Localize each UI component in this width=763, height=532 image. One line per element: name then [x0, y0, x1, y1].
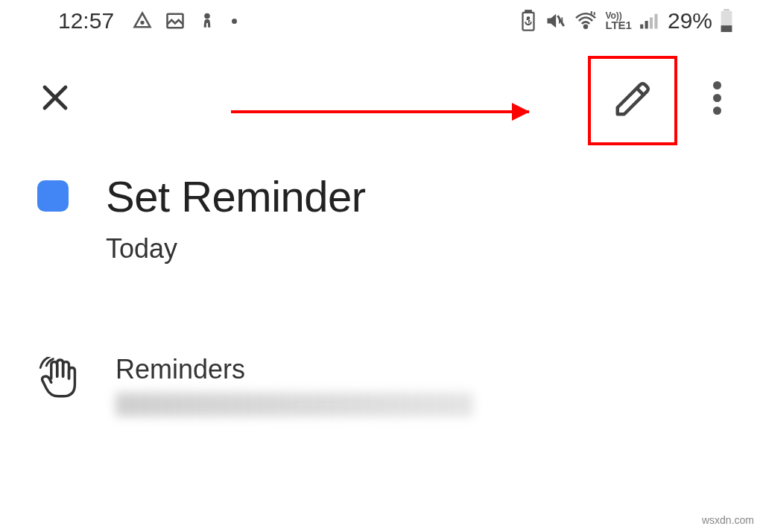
dot-icon — [713, 81, 721, 89]
status-right: Vo)) LTE1 29% — [520, 8, 733, 34]
signal-icon — [639, 11, 660, 31]
reminder-title: Set Reminder — [106, 171, 726, 221]
battery-saver-icon — [520, 10, 536, 32]
svg-point-9 — [584, 25, 587, 28]
svg-line-6 — [558, 16, 564, 26]
watermark: wsxdn.com — [702, 514, 754, 526]
content-area: Set Reminder Today Reminders — [0, 171, 763, 417]
triangle-warning-icon — [132, 10, 153, 31]
svg-rect-11 — [645, 21, 648, 29]
notification-dot-icon — [232, 19, 237, 24]
close-button[interactable] — [37, 80, 73, 115]
pencil-icon — [612, 79, 653, 122]
dot-icon — [713, 107, 721, 115]
svg-rect-13 — [654, 14, 657, 29]
reminder-info: Set Reminder Today — [106, 171, 726, 265]
dot-icon — [713, 94, 721, 102]
reminder-date: Today — [106, 233, 726, 265]
svg-point-0 — [142, 22, 144, 24]
status-bar: 12:57 — [0, 0, 763, 42]
action-right — [588, 53, 727, 142]
reminder-header: Set Reminder Today — [37, 171, 726, 265]
reminders-section: Reminders — [37, 354, 726, 417]
svg-rect-12 — [650, 17, 653, 28]
arrow-annotation — [231, 110, 529, 113]
section-label: Reminders — [115, 354, 726, 385]
calendar-color-indicator — [37, 180, 69, 212]
battery-percent: 29% — [668, 8, 712, 34]
account-email-blurred — [115, 393, 473, 417]
action-bar — [0, 42, 763, 153]
battery-icon — [720, 9, 733, 33]
svg-line-20 — [637, 88, 644, 95]
edit-button[interactable] — [588, 56, 677, 145]
svg-rect-14 — [724, 9, 729, 10]
section-info: Reminders — [115, 354, 726, 417]
svg-rect-17 — [721, 31, 732, 32]
person-icon — [197, 10, 217, 31]
reminder-hand-icon — [37, 357, 78, 400]
mute-vibrate-icon — [544, 10, 566, 31]
arrow-head-icon — [512, 103, 530, 121]
network-type-label: Vo)) LTE1 — [605, 12, 632, 30]
more-options-button[interactable] — [707, 75, 727, 121]
svg-rect-10 — [640, 25, 643, 29]
svg-point-5 — [528, 17, 530, 19]
svg-rect-4 — [526, 10, 532, 13]
image-icon — [165, 10, 186, 31]
status-left: 12:57 — [58, 8, 237, 34]
status-time: 12:57 — [58, 8, 114, 34]
svg-point-2 — [204, 13, 210, 19]
wifi-icon — [574, 11, 598, 31]
